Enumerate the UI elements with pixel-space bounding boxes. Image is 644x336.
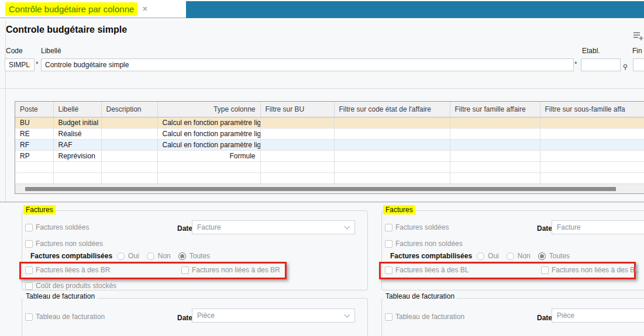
- radio-non[interactable]: [147, 252, 154, 260]
- factures-soldees-row[interactable]: Factures soldées: [25, 223, 89, 231]
- tableau-facturation-checkbox[interactable]: [385, 313, 392, 321]
- radio-toutes[interactable]: [538, 252, 546, 260]
- scrollbar-thumb[interactable]: [25, 187, 616, 191]
- radio-oui-label: Oui: [488, 252, 499, 260]
- cell-poste: BU: [15, 117, 53, 128]
- table-row-re[interactable]: RE Réalisé Calcul en fonction paramètre …: [15, 128, 644, 139]
- factures-non-soldees-checkbox[interactable]: [25, 240, 33, 248]
- factures-non-soldees-row[interactable]: Factures non soldées: [25, 240, 103, 248]
- tableau-facturation-row[interactable]: Tableau de facturation: [25, 313, 105, 321]
- date-label: Date: [177, 314, 192, 322]
- columns-table: Poste Libellé Description Type colonne F…: [15, 102, 644, 184]
- cell-type-colonne: Formule: [157, 150, 260, 161]
- col-header-poste[interactable]: Poste: [15, 102, 53, 117]
- table-row-bu[interactable]: BU Budget initial Calcul en fonction par…: [15, 117, 644, 128]
- date-dropdown-value: Facture: [197, 223, 221, 231]
- factures-soldees-checkbox[interactable]: [25, 224, 33, 231]
- factures-comptabilisees-label: Factures comptabilisées: [30, 252, 112, 260]
- factures-liees-row[interactable]: Factures liées à des BR: [25, 266, 110, 274]
- factures-liees-label: Factures liées à des BR: [36, 266, 110, 274]
- cell-description: [101, 150, 157, 161]
- libelle-label: Libellé: [41, 47, 61, 55]
- etabl-field[interactable]: [581, 58, 621, 71]
- date-dropdown[interactable]: Facture: [552, 220, 644, 234]
- tableau-date-dropdown[interactable]: Pièce: [552, 309, 644, 323]
- tableau-facturation-checkbox[interactable]: [25, 313, 33, 321]
- factures-non-liees-checkbox[interactable]: [541, 266, 549, 274]
- libelle-field[interactable]: [41, 58, 574, 71]
- radio-oui[interactable]: [477, 252, 484, 260]
- tableau-date-dropdown-value: Pièce: [557, 311, 574, 320]
- cell-description: [101, 128, 157, 139]
- cell-poste: RE: [15, 128, 53, 139]
- col-header-filtre-sous-famille[interactable]: Filtre sur sous-famille affa: [540, 102, 644, 117]
- tableau-facturation-row[interactable]: Tableau de facturation: [385, 313, 464, 321]
- date-label: Date: [537, 224, 552, 233]
- col-header-type-colonne[interactable]: Type colonne: [157, 102, 260, 117]
- fin-field[interactable]: [633, 58, 644, 71]
- factures-non-soldees-label: Factures non soldées: [36, 240, 103, 248]
- fin-label: Fin d: [632, 47, 644, 55]
- factures-comptabilisees-label: Factures comptabilisées: [390, 252, 472, 260]
- chevron-down-icon: [345, 224, 350, 230]
- page-title: Controle budgétaire simple: [6, 25, 127, 35]
- radio-oui-label: Oui: [128, 252, 139, 260]
- cell-type-colonne: Calcul en fonction paramètre ligne: [157, 117, 260, 128]
- factures-group-title: Factures: [383, 205, 415, 214]
- lookup-pin-icon[interactable]: [622, 64, 628, 71]
- cell-libelle: Budget initial: [53, 117, 101, 128]
- factures-soldees-row[interactable]: Factures soldées: [385, 223, 449, 231]
- tableau-facturation-group-title: Tableau de facturation: [383, 292, 457, 301]
- factures-non-soldees-checkbox[interactable]: [385, 240, 392, 248]
- close-icon[interactable]: ✕: [142, 5, 147, 13]
- add-list-icon[interactable]: [633, 31, 643, 40]
- code-field[interactable]: [5, 58, 35, 71]
- required-marker: *: [574, 60, 577, 68]
- factures-panel-left: Factures Factures soldées Date Facture F…: [19, 203, 370, 336]
- factures-non-soldees-row[interactable]: Factures non soldées: [385, 240, 463, 248]
- horizontal-scrollbar[interactable]: [15, 183, 644, 193]
- radio-non[interactable]: [507, 252, 514, 260]
- tableau-facturation-label: Tableau de facturation: [36, 313, 105, 321]
- factures-liees-row[interactable]: Factures liées à des BL: [385, 266, 469, 274]
- cout-produits-row[interactable]: Coût des produits stockés: [25, 282, 116, 290]
- factures-comptabilisees-group: Factures comptabilisées Oui Non Toutes: [30, 252, 214, 260]
- radio-oui[interactable]: [117, 252, 125, 260]
- tab-title: Contrôle budgétaire par colonne: [5, 2, 137, 16]
- col-header-libelle[interactable]: Libellé: [53, 102, 101, 117]
- cell-poste: RP: [15, 150, 53, 161]
- columns-grid: Poste Libellé Description Type colonne F…: [15, 101, 644, 194]
- col-header-filtre-code-etat[interactable]: Filtre sur code état de l'affaire: [334, 102, 450, 117]
- table-row-empty[interactable]: [15, 161, 644, 172]
- cell-libelle: Réalisé: [53, 128, 101, 139]
- factures-liees-checkbox[interactable]: [25, 266, 33, 274]
- cell-poste: RF: [15, 139, 53, 150]
- radio-toutes[interactable]: [178, 252, 186, 260]
- date-label: Date: [537, 314, 552, 322]
- factures-soldees-checkbox[interactable]: [385, 224, 392, 231]
- col-header-filtre-famille[interactable]: Filtre sur famille affaire: [450, 102, 540, 117]
- date-label: Date: [177, 224, 192, 233]
- table-row-rf[interactable]: RF RAF Calcul en fonction paramètre lign…: [15, 139, 644, 150]
- factures-soldees-label: Factures soldées: [395, 223, 449, 231]
- tab-controle-budgetaire[interactable]: Contrôle budgétaire par colonne ✕: [0, 0, 186, 18]
- col-header-filtre-bu[interactable]: Filtre sur BU: [260, 102, 334, 117]
- grid-header-row: Poste Libellé Description Type colonne F…: [15, 102, 644, 117]
- col-header-description[interactable]: Description: [101, 102, 157, 117]
- date-dropdown[interactable]: Facture: [192, 220, 355, 234]
- cell-libelle: RAF: [53, 139, 101, 150]
- table-row-rp[interactable]: RP Reprévision Formule: [15, 150, 644, 161]
- tableau-facturation-label: Tableau de facturation: [395, 313, 464, 321]
- factures-non-liees-checkbox[interactable]: [181, 266, 189, 274]
- table-row-empty[interactable]: [15, 172, 644, 183]
- cell-description: [101, 117, 157, 128]
- section-splitter: [0, 88, 644, 89]
- radio-non-label: Non: [518, 252, 531, 260]
- factures-liees-checkbox[interactable]: [385, 266, 392, 274]
- tableau-date-dropdown[interactable]: Pièce: [192, 309, 355, 323]
- factures-non-liees-row[interactable]: Factures non liées à des BL: [541, 266, 639, 274]
- cell-description: [101, 139, 157, 150]
- cout-produits-checkbox[interactable]: [25, 282, 33, 290]
- factures-non-liees-row[interactable]: Factures non liées à des BR: [181, 266, 280, 274]
- factures-soldees-label: Factures soldées: [36, 223, 89, 231]
